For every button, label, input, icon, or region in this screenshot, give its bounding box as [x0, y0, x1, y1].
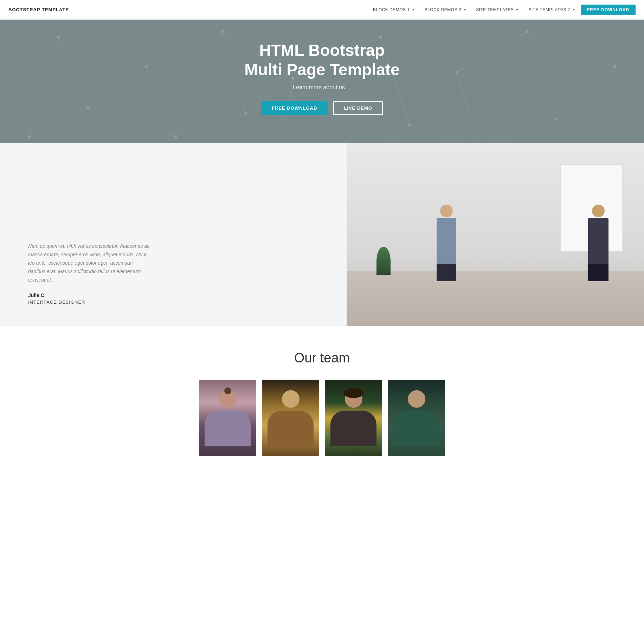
svg-line-9 [223, 31, 246, 113]
portrait-head-2 [282, 390, 300, 408]
portrait-body-4 [393, 411, 439, 446]
svg-line-14 [88, 108, 176, 137]
svg-line-16 [246, 113, 281, 143]
svg-line-18 [351, 125, 410, 143]
hero-title: HTML Bootstrap Multi Page Template [244, 41, 399, 79]
svg-line-19 [410, 125, 480, 143]
about-quote: Nam ac quam eu nibh varius consectetur. … [28, 242, 151, 284]
hero-download-button[interactable]: FREE DOWNLOAD [261, 101, 328, 115]
svg-point-33 [379, 36, 382, 39]
svg-point-31 [221, 30, 224, 33]
svg-line-13 [527, 31, 556, 119]
team-card-3[interactable] [325, 380, 382, 456]
svg-point-30 [145, 65, 148, 68]
svg-line-27 [29, 108, 88, 137]
about-image [347, 143, 644, 326]
portrait-body-2 [268, 411, 313, 446]
about-content: Nam ac quam eu nibh varius consectetur. … [0, 143, 347, 326]
nav-site-templates-2[interactable]: SITE TEMPLATES 2 [524, 5, 579, 14]
person2-figure [588, 205, 609, 275]
portrait-head-4 [408, 390, 425, 408]
svg-line-8 [146, 66, 175, 137]
person1-legs [437, 264, 456, 281]
chevron-down-icon [572, 9, 575, 11]
svg-point-34 [455, 71, 458, 74]
hero-section: HTML Bootstrap Multi Page Template Learn… [0, 20, 644, 143]
chevron-down-icon [463, 9, 466, 11]
chevron-down-icon [412, 9, 415, 11]
hero-buttons: FREE DOWNLOAD LIVE DEMO [261, 101, 383, 115]
svg-point-38 [174, 135, 177, 138]
about-person-role: INTERFACE DESIGNER [28, 300, 326, 305]
svg-point-29 [57, 36, 60, 39]
svg-point-42 [408, 124, 411, 127]
portrait-body-1 [205, 411, 250, 446]
svg-point-35 [526, 30, 528, 33]
svg-line-22 [88, 66, 147, 108]
svg-line-5 [457, 31, 527, 72]
person2-head [592, 205, 605, 217]
svg-line-1 [146, 31, 223, 66]
team-section: Our team [0, 326, 644, 463]
svg-line-0 [59, 37, 147, 66]
team-title: Our team [21, 350, 623, 366]
nav-block-demos-1[interactable]: BLOCK DEMOS 1 [369, 5, 419, 14]
office-scene [347, 143, 644, 326]
nav-links: BLOCK DEMOS 1 BLOCK DEMOS 2 SITE TEMPLAT… [369, 5, 636, 15]
person2-body [588, 218, 608, 264]
svg-line-6 [527, 31, 615, 66]
svg-point-44 [555, 118, 558, 121]
team-portrait-4 [388, 380, 445, 456]
person1-figure [436, 205, 457, 275]
nav-site-templates[interactable]: SITE TEMPLATES [472, 5, 523, 14]
hero-subtitle: Learn more about us.... [293, 84, 351, 91]
person2-legs [588, 264, 608, 281]
team-card-4[interactable] [388, 380, 445, 456]
team-portrait-2 [262, 380, 319, 456]
navbar: BOOTSTRAP TEMPLATE BLOCK DEMOS 1 BLOCK D… [0, 0, 644, 20]
portrait-hair-1 [224, 387, 231, 394]
svg-point-36 [613, 65, 616, 68]
nav-block-demos-2[interactable]: BLOCK DEMOS 2 [420, 5, 471, 14]
plant-decor [376, 247, 391, 275]
svg-line-12 [457, 72, 480, 143]
person1-head [440, 205, 453, 217]
svg-line-7 [59, 37, 88, 108]
team-portrait-3 [325, 380, 382, 456]
person1-body [437, 218, 456, 264]
team-portrait-1 [199, 380, 256, 456]
nav-download-button[interactable]: FREE DOWNLOAD [581, 5, 636, 15]
portrait-body-3 [330, 411, 376, 446]
svg-line-28 [29, 37, 58, 137]
svg-point-45 [28, 135, 31, 138]
svg-line-20 [480, 119, 556, 143]
svg-line-21 [556, 66, 615, 119]
hero-demo-button[interactable]: LIVE DEMO [333, 101, 383, 115]
svg-point-37 [86, 106, 89, 109]
team-grid [199, 380, 445, 456]
svg-line-15 [176, 113, 246, 137]
svg-line-26 [457, 72, 480, 143]
team-card-1[interactable] [199, 380, 256, 456]
chevron-down-icon [516, 9, 519, 11]
team-card-2[interactable] [262, 380, 319, 456]
svg-line-23 [176, 31, 223, 137]
about-section: Nam ac quam eu nibh varius consectetur. … [0, 143, 644, 326]
svg-point-39 [244, 112, 247, 115]
portrait-hair-3 [343, 388, 364, 398]
brand-logo[interactable]: BOOTSTRAP TEMPLATE [8, 7, 69, 12]
hero-background-graphic [0, 20, 644, 143]
about-person-name: Julie C. [28, 292, 326, 298]
